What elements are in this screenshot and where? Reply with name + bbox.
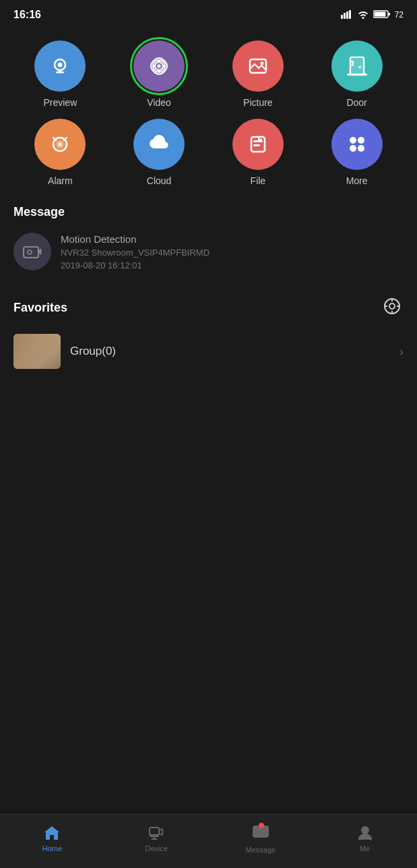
group-item[interactable]: Group(0) › (13, 330, 404, 373)
status-time: 16:16 (13, 9, 41, 21)
chevron-right-icon: › (399, 345, 404, 359)
app-label-cloud: Cloud (147, 175, 172, 186)
svg-point-37 (59, 143, 61, 146)
app-label-preview: Preview (43, 97, 77, 108)
svg-rect-40 (253, 144, 260, 146)
app-icon-door (331, 40, 383, 92)
message-section-title: Message (13, 205, 404, 219)
signal-icon (341, 9, 353, 21)
status-bar: 16:16 72 (0, 0, 417, 30)
svg-point-29 (356, 63, 357, 64)
app-item-alarm[interactable]: Alarm (13, 119, 107, 186)
app-label-picture: Picture (243, 97, 273, 108)
svg-point-15 (158, 65, 161, 68)
battery-icon (373, 9, 391, 21)
message-item-time: 2019-08-20 16:12:01 (61, 260, 210, 270)
app-item-video[interactable]: Video (113, 40, 206, 108)
svg-rect-45 (24, 247, 38, 258)
svg-point-41 (350, 137, 356, 144)
svg-point-31 (353, 65, 354, 67)
nav-label-device: Device (145, 844, 168, 852)
nav-item-home[interactable]: Home (32, 824, 72, 852)
message-item-device: NVR32 Showroom_VSIP4MPFBIRMD (61, 248, 210, 258)
app-label-door: Door (346, 97, 366, 108)
message-item[interactable]: Motion Detection NVR32 Showroom_VSIP4MPF… (13, 227, 404, 276)
favorites-settings-button[interactable] (381, 295, 404, 320)
battery-text: 72 (395, 10, 404, 20)
app-item-file[interactable]: File (212, 119, 305, 186)
svg-point-28 (353, 63, 354, 64)
svg-point-46 (28, 250, 32, 254)
svg-rect-3 (349, 10, 351, 19)
message-item-title: Motion Detection (61, 233, 210, 245)
svg-point-32 (356, 65, 357, 67)
app-icon-cloud (133, 119, 185, 170)
group-thumbnail (13, 334, 61, 369)
svg-rect-27 (347, 74, 367, 76)
app-icon-file (232, 119, 284, 170)
svg-rect-1 (344, 13, 346, 19)
svg-point-16 (158, 60, 160, 63)
svg-point-19 (162, 65, 165, 67)
svg-point-43 (350, 145, 356, 152)
bottom-nav: Home Device Message Me (0, 814, 417, 868)
app-icon-video (133, 40, 185, 92)
svg-point-61 (362, 827, 368, 834)
app-item-more[interactable]: More (310, 119, 404, 186)
svg-point-44 (358, 145, 364, 152)
app-item-picture[interactable]: Picture (212, 40, 305, 108)
wifi-icon (357, 9, 369, 21)
message-item-content: Motion Detection NVR32 Showroom_VSIP4MPF… (61, 233, 210, 270)
app-grid: Preview Video (13, 40, 404, 186)
svg-point-42 (358, 137, 364, 144)
svg-point-48 (389, 303, 395, 309)
svg-point-59 (259, 830, 262, 833)
message-item-icon (13, 233, 51, 270)
app-icon-more (331, 119, 383, 170)
nav-label-message: Message (246, 846, 276, 854)
svg-rect-5 (388, 13, 390, 16)
status-icons: 72 (341, 9, 404, 21)
nav-item-me[interactable]: Me (345, 824, 385, 852)
nav-item-message[interactable]: Message (240, 823, 281, 854)
svg-rect-2 (346, 11, 348, 19)
svg-rect-39 (253, 140, 263, 142)
favorites-header: Favorites (13, 295, 404, 320)
nav-label-home: Home (42, 844, 62, 852)
message-section: Message Motion Detection NVR32 Showroom_… (13, 205, 404, 276)
app-icon-alarm (34, 119, 86, 170)
nav-item-device[interactable]: Device (136, 824, 177, 852)
svg-point-21 (260, 62, 263, 65)
svg-point-30 (358, 63, 360, 64)
svg-rect-53 (150, 828, 159, 835)
svg-point-60 (262, 830, 265, 833)
group-name: Group(0) (70, 345, 390, 358)
svg-rect-25 (351, 62, 352, 65)
app-item-cloud[interactable]: Cloud (113, 119, 206, 186)
svg-point-17 (158, 69, 160, 72)
svg-rect-0 (341, 15, 343, 19)
app-item-door[interactable]: Door (310, 40, 404, 108)
svg-rect-10 (59, 70, 61, 72)
svg-point-33 (358, 65, 360, 67)
favorites-section: Favorites Group(0) › (13, 295, 404, 373)
nav-label-me: Me (360, 844, 370, 852)
favorites-title: Favorites (13, 301, 67, 315)
app-label-alarm: Alarm (48, 175, 73, 186)
main-content: Preview Video (0, 30, 417, 814)
app-icon-preview (34, 40, 86, 92)
app-icon-picture (232, 40, 284, 92)
svg-point-58 (255, 830, 259, 833)
message-notification-badge (259, 823, 264, 828)
app-label-video: Video (147, 97, 171, 108)
svg-point-18 (153, 65, 156, 67)
app-label-more: More (346, 175, 368, 186)
app-item-preview[interactable]: Preview (13, 40, 107, 108)
svg-rect-6 (374, 11, 385, 16)
svg-point-8 (58, 63, 63, 67)
app-label-file: File (251, 175, 266, 186)
